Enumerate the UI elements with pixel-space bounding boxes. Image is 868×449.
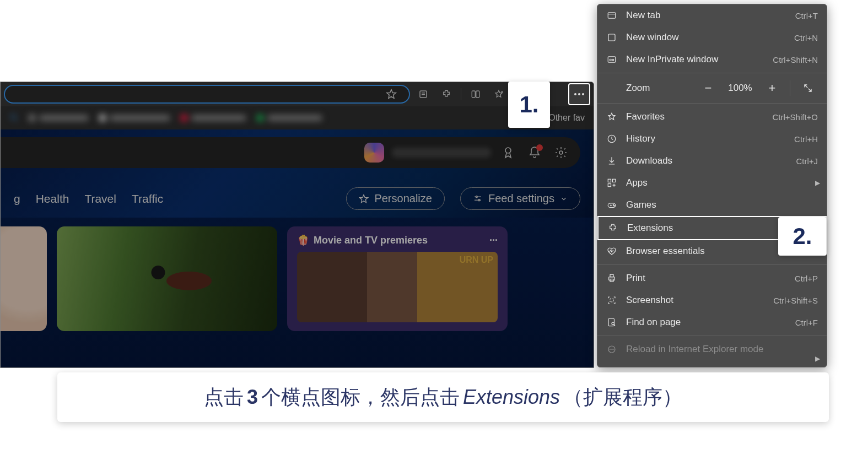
zoom-in-button[interactable]: + — [762, 78, 782, 98]
instruction-caption: 点击 3 个横点图标，然后点击 Extensions （扩展程序） — [57, 372, 829, 422]
browser-window: Other fav g Health Travel Traffic — [0, 82, 594, 368]
history-icon — [606, 133, 617, 144]
svg-point-26 — [612, 59, 614, 61]
hero-toolbar — [1, 137, 580, 168]
svg-rect-21 — [608, 13, 616, 19]
svg-point-18 — [476, 196, 477, 197]
movie-thumbnail — [297, 252, 498, 322]
nav-tab[interactable]: Travel — [84, 192, 116, 205]
menu-shortcut: Ctrl+Shift+O — [772, 112, 818, 122]
svg-point-13 — [10, 114, 15, 119]
news-card-movie[interactable]: 🍿Movie and TV premieres ··· — [287, 226, 508, 331]
feed-settings-button[interactable]: Feed settings — [460, 187, 580, 210]
menu-screenshot[interactable]: Screenshot Ctrl+Shift+S — [597, 289, 827, 311]
menu-label: Apps — [626, 177, 818, 188]
menu-label: New InPrivate window — [626, 54, 764, 65]
personalize-button[interactable]: Personalize — [346, 187, 445, 210]
menu-favorites[interactable]: Favorites Ctrl+Shift+O — [597, 106, 827, 128]
menu-label: Games — [626, 199, 818, 210]
card-more-icon[interactable]: ··· — [489, 235, 498, 246]
settings-menu: New tab Ctrl+T New window Ctrl+N New InP… — [597, 4, 827, 367]
caption-bold: 3 — [247, 386, 258, 409]
menu-find[interactable]: Find on page Ctrl+F — [597, 311, 827, 333]
bookmark-item[interactable] — [28, 114, 89, 122]
downloads-icon — [606, 155, 617, 166]
copilot-icon[interactable] — [364, 143, 384, 163]
menu-print[interactable]: Print Ctrl+P — [597, 267, 827, 289]
menu-new-tab[interactable]: New tab Ctrl+T — [597, 4, 827, 26]
ie-icon — [606, 344, 617, 355]
star-icon[interactable] — [381, 84, 401, 104]
svg-rect-39 — [610, 299, 613, 302]
menu-label: Reload in Internet Explorer mode — [626, 344, 818, 355]
svg-rect-4 — [476, 91, 479, 98]
zoom-value: 100% — [726, 83, 754, 94]
apps-icon — [606, 177, 617, 188]
split-screen-icon[interactable] — [466, 84, 486, 104]
bookmark-item[interactable] — [99, 114, 170, 122]
inprivate-icon — [606, 54, 617, 65]
settings-gear-icon[interactable] — [552, 143, 570, 162]
search-icon[interactable] — [9, 113, 18, 123]
menu-shortcut: Ctrl+P — [795, 274, 818, 283]
svg-point-15 — [505, 148, 511, 153]
svg-rect-28 — [608, 179, 611, 182]
menu-history[interactable]: History Ctrl+H — [597, 128, 827, 150]
svg-point-10 — [574, 93, 576, 95]
new-window-icon — [606, 32, 617, 43]
svg-rect-3 — [472, 91, 475, 98]
menu-separator — [597, 73, 827, 73]
chevron-down-icon — [560, 195, 568, 203]
menu-games[interactable]: Games — [597, 194, 827, 216]
menu-label: Find on page — [626, 317, 786, 328]
nav-tab[interactable]: g — [14, 192, 20, 205]
menu-label: Favorites — [626, 111, 763, 122]
chevron-right-icon: ▶ — [815, 355, 820, 363]
address-bar[interactable] — [4, 85, 410, 104]
callout-1: 1. — [508, 82, 550, 128]
menu-shortcut: Ctrl+Shift+S — [773, 296, 818, 305]
menu-shortcut: Ctrl+N — [794, 33, 818, 42]
blurred-text — [392, 148, 491, 158]
favorites-icon[interactable] — [489, 84, 509, 104]
notifications-icon[interactable] — [525, 143, 544, 162]
settings-and-more-button[interactable] — [568, 83, 590, 105]
news-cards: 🍿Movie and TV premieres ··· — [1, 218, 594, 368]
menu-separator — [597, 336, 827, 336]
bookmark-item[interactable] — [180, 114, 246, 122]
menu-shortcut: Ctrl+H — [794, 134, 818, 144]
menu-new-window[interactable]: New window Ctrl+N — [597, 26, 827, 48]
svg-point-16 — [559, 151, 563, 154]
nav-tab[interactable]: Traffic — [132, 192, 163, 205]
news-card[interactable] — [57, 226, 277, 331]
nav-tab[interactable]: Health — [36, 192, 69, 205]
movie-card-title: Movie and TV premieres — [314, 235, 428, 246]
svg-rect-24 — [608, 57, 616, 63]
menu-new-inprivate[interactable]: New InPrivate window Ctrl+Shift+N — [597, 48, 827, 71]
rewards-icon[interactable] — [499, 143, 517, 162]
menu-apps[interactable]: Apps ▶ — [597, 172, 827, 194]
menu-label: Screenshot — [626, 295, 764, 306]
other-favorites-link[interactable]: Other fav — [548, 113, 585, 123]
zoom-out-button[interactable]: − — [698, 78, 718, 98]
popcorn-icon: 🍿 — [297, 235, 309, 246]
menu-shortcut: Ctrl+Shift+N — [773, 55, 818, 64]
zoom-label: Zoom — [626, 83, 677, 94]
toolbar-row — [1, 82, 594, 106]
fullscreen-icon[interactable] — [798, 83, 818, 93]
extensions-icon[interactable] — [436, 84, 456, 104]
svg-rect-29 — [613, 179, 616, 182]
reading-list-icon[interactable] — [413, 84, 433, 104]
menu-shortcut: Ctrl+J — [796, 156, 818, 166]
news-card[interactable] — [0, 226, 47, 331]
menu-zoom-row: Zoom − 100% + — [597, 75, 827, 101]
menu-downloads[interactable]: Downloads Ctrl+J — [597, 150, 827, 172]
menu-label: History — [626, 133, 785, 144]
svg-point-11 — [578, 93, 580, 95]
toolbar-separator — [461, 88, 461, 100]
caption-text: 点击 — [204, 384, 244, 411]
bookmark-item[interactable] — [256, 114, 322, 122]
svg-line-14 — [15, 118, 17, 121]
svg-rect-23 — [608, 34, 615, 41]
screenshot-icon — [606, 295, 617, 306]
